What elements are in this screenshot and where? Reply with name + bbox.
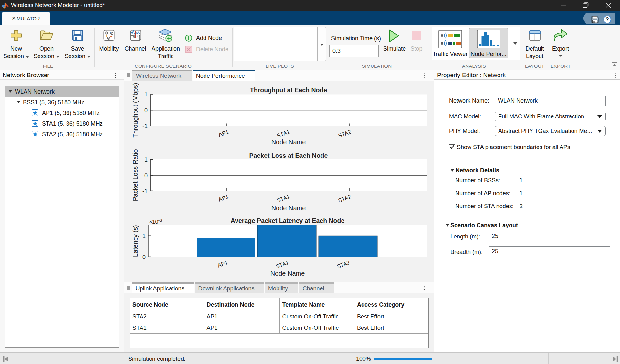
svg-text:Throughput (Mbps): Throughput (Mbps) [132,83,139,137]
svg-text:Packet Loss at Each Node: Packet Loss at Each Node [249,152,328,159]
svg-text:1: 1 [144,157,148,163]
svg-text:Latency (s): Latency (s) [132,225,139,257]
svg-text:?: ? [605,16,609,22]
svg-text:Node Name: Node Name [270,270,305,277]
svg-text:0: 0 [144,172,148,178]
svg-text:1: 1 [144,91,148,98]
svg-text:0: 0 [142,254,146,260]
svg-text:Average Packet Latency at Each: Average Packet Latency at Each Node [231,217,345,224]
svg-text:0: 0 [144,107,148,114]
svg-text:Node Name: Node Name [271,204,306,211]
svg-text:-1: -1 [142,123,148,129]
svg-text:Packet Loss Ratio: Packet Loss Ratio [132,149,139,201]
svg-text:Node Name: Node Name [271,138,306,145]
svg-text:-1: -1 [142,188,148,194]
svg-text:Throughput at Each Node: Throughput at Each Node [250,86,327,94]
svg-text:1: 1 [142,232,146,239]
